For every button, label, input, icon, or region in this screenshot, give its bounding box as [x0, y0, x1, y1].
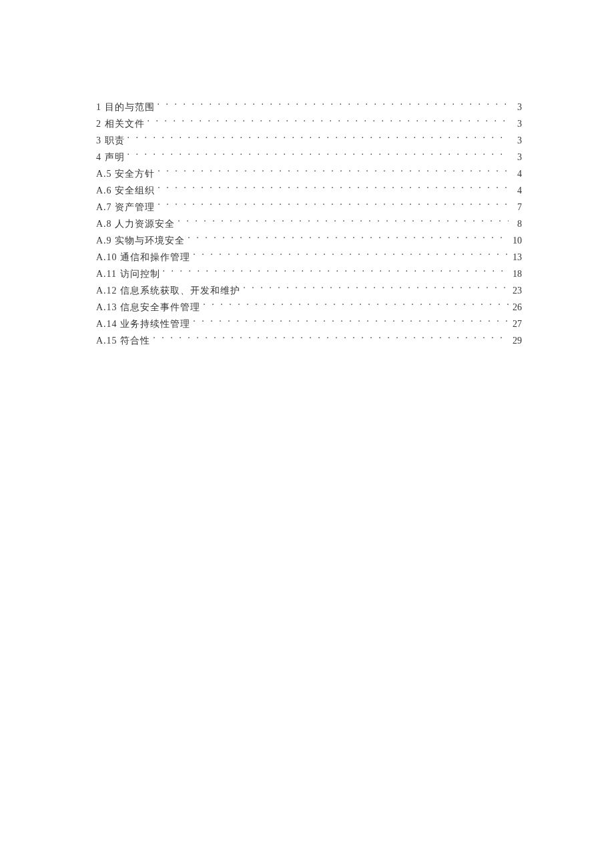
toc-entry-page: 3	[511, 99, 522, 115]
toc-entry-page: 13	[511, 249, 522, 266]
toc-entry-label: A.12 信息系统获取、开发和维护	[96, 282, 240, 299]
toc-entry-page: 3	[511, 132, 522, 149]
toc-leader-dots	[127, 151, 509, 160]
toc-entry-label: A.7 资产管理	[96, 199, 155, 215]
toc-entry: A.7 资产管理 7	[96, 199, 522, 215]
toc-entry-page: 7	[511, 199, 522, 215]
toc-entry-label: A.14 业务持续性管理	[96, 316, 190, 332]
toc-entry-page: 23	[511, 282, 522, 299]
toc-entry-label: A.8 人力资源安全	[96, 215, 175, 232]
toc-leader-dots	[188, 234, 509, 244]
toc-leader-dots	[158, 101, 509, 110]
toc-entry-page: 3	[511, 115, 522, 132]
toc-leader-dots	[147, 117, 509, 127]
toc-leader-dots	[203, 301, 509, 310]
toc-entry-page: 29	[511, 332, 522, 349]
toc-entry-page: 4	[511, 165, 522, 182]
toc-entry: A.13 信息安全事件管理 26	[96, 299, 522, 316]
toc-leader-dots	[158, 201, 509, 210]
toc-entry-label: 2 相关文件	[96, 115, 145, 132]
toc-entry: A.10 通信和操作管理 13	[96, 249, 522, 266]
toc-entry-label: 4 声明	[96, 149, 125, 165]
toc-entry: A.9 实物与环境安全 10	[96, 232, 522, 249]
toc-entry-page: 3	[511, 149, 522, 165]
toc-entry-label: A.11 访问控制	[96, 266, 160, 282]
toc-entry: A.14 业务持续性管理 27	[96, 316, 522, 332]
toc-entry: A.5 安全方针 4	[96, 165, 522, 182]
toc-entry-page: 27	[511, 316, 522, 332]
toc-leader-dots	[163, 268, 509, 277]
toc-entry-label: 1 目的与范围	[96, 99, 155, 115]
toc-entry-page: 10	[511, 232, 522, 249]
toc-entry-label: A.5 安全方针	[96, 165, 155, 182]
toc-leader-dots	[153, 334, 509, 344]
toc-entry: 1 目的与范围 3	[96, 99, 522, 115]
toc-entry-label: A.6 安全组织	[96, 182, 155, 199]
toc-entry: 4 声明 3	[96, 149, 522, 165]
toc-leader-dots	[178, 218, 509, 227]
toc-entry: 2 相关文件 3	[96, 115, 522, 132]
toc-entry-label: A.13 信息安全事件管理	[96, 299, 200, 316]
toc-entry-label: A.15 符合性	[96, 332, 150, 349]
toc-entry-page: 8	[511, 215, 522, 232]
toc-entry: A.6 安全组织 4	[96, 182, 522, 199]
toc-entry: A.15 符合性 29	[96, 332, 522, 349]
toc-leader-dots	[193, 251, 509, 260]
toc-entry-page: 18	[511, 266, 522, 282]
table-of-contents: 1 目的与范围 3 2 相关文件 3 3 职责 3 4 声明 3 A.5 安全方…	[96, 99, 522, 349]
toc-entry: 3 职责 3	[96, 132, 522, 149]
toc-leader-dots	[193, 318, 509, 327]
toc-leader-dots	[158, 167, 509, 177]
toc-leader-dots	[158, 184, 509, 193]
toc-entry-label: A.10 通信和操作管理	[96, 249, 190, 266]
toc-entry-page: 4	[511, 182, 522, 199]
toc-entry: A.11 访问控制 18	[96, 266, 522, 282]
toc-entry: A.8 人力资源安全 8	[96, 215, 522, 232]
toc-leader-dots	[127, 134, 509, 143]
toc-entry: A.12 信息系统获取、开发和维护 23	[96, 282, 522, 299]
toc-entry-label: 3 职责	[96, 132, 125, 149]
toc-entry-label: A.9 实物与环境安全	[96, 232, 185, 249]
toc-entry-page: 26	[511, 299, 522, 316]
toc-leader-dots	[243, 284, 509, 294]
